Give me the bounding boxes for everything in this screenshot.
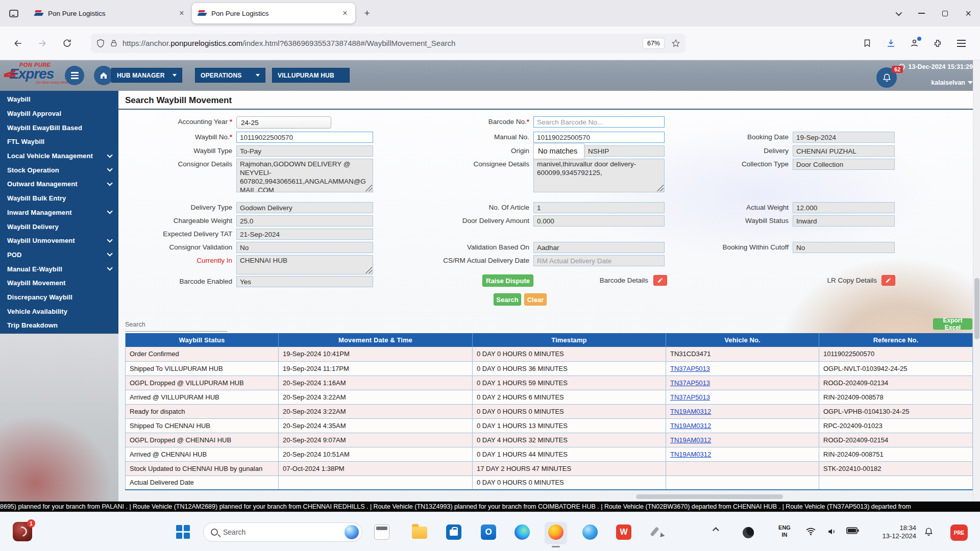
lr-copy-details-edit-button[interactable] [881,275,895,286]
menu-toggle-button[interactable] [65,66,84,85]
sidebar-item-vehicle-availability[interactable]: Vehicle Availability [0,304,118,318]
accounting-year-select[interactable] [236,116,331,129]
firefox-view-icon[interactable] [5,5,22,22]
vehicle-link[interactable]: TN37AP5013 [670,365,710,372]
taskbar-corner-app-icon[interactable]: 1 [13,522,32,541]
firefox-icon[interactable] [548,524,564,540]
lock-icon[interactable] [110,39,118,47]
skype-icon[interactable] [582,524,598,540]
outlook-icon[interactable]: O [481,524,496,540]
horizontal-scrollbar-track[interactable] [118,493,973,500]
home-button[interactable] [94,66,113,85]
module-dropdown[interactable]: OPERATIONS [195,68,265,83]
vehicle-link[interactable]: TN19AM0312 [670,450,711,458]
bookmark-star-icon[interactable] [671,39,680,48]
sidebar-item-waybill-approval[interactable]: Waybill Approval [0,107,118,121]
app-window-icon[interactable] [374,524,389,540]
raise-dispute-button[interactable]: Raise Dispute [482,274,533,287]
hidden-icons-chevron[interactable] [715,527,719,532]
sidebar-item-manual-e-waybill[interactable]: Manual E-Waybill [0,262,118,276]
extensions-icon[interactable] [932,38,943,49]
csrm-actual-delivery-date-input[interactable] [533,255,665,266]
vehicle-link[interactable]: TN19AM0312 [670,436,711,444]
tracking-shield-icon[interactable] [96,39,105,48]
waybill-no-input[interactable] [236,132,373,143]
sidebar-item-waybill-movement[interactable]: Waybill Movement [0,276,118,290]
barcode-details-edit-button[interactable] [653,275,667,286]
browser-tab-1[interactable]: Pon Pure Logistics × [29,3,192,23]
taskbar-search-box[interactable]: Search [203,522,362,542]
window-close-button[interactable]: × [957,3,980,24]
field-csrm-actual-delivery-date: CS/RM Actual Delivery Date [533,255,665,266]
cell-movement-datetime: 20-Sep-2024 1:16AM [279,375,473,390]
search-button[interactable]: Search [494,293,521,306]
wps-office-icon[interactable]: W [616,524,631,540]
start-button[interactable] [176,525,190,539]
sidebar-item-local-vehicle-management[interactable]: Local Vehicle Management [0,149,118,163]
sidebar-item-label: Waybill Approval [7,110,61,117]
manual-no-input[interactable] [533,132,665,143]
hub-dropdown[interactable]: VILLUPURAM HUB [272,68,350,83]
sidebar-item-pod[interactable]: POD [0,248,118,262]
sidebar-item-outward-management[interactable]: Outward Management [0,177,118,191]
table-search-input[interactable]: Search [125,319,227,332]
sidebar-item-waybill-bulk-entry[interactable]: Waybill Bulk Entry [0,191,118,206]
list-tabs-icon[interactable] [886,3,910,24]
sidebar-item-waybill-delivery[interactable]: Waybill Delivery [0,219,118,234]
tray-app-icon[interactable] [743,527,754,538]
forward-icon[interactable] [34,35,51,52]
field-expected-delivery-tat: Expected Delivery TAT [236,229,373,240]
window-maximize-button[interactable] [933,3,957,24]
field-waybill-status: Waybill Status [793,215,895,227]
taskbar-clock[interactable]: 18:3413-12-2024 [868,524,916,540]
reload-icon[interactable] [58,35,76,52]
new-tab-button[interactable]: + [359,6,375,21]
vehicle-link[interactable]: TN19AM0312 [670,422,711,430]
tab-close-icon[interactable]: × [177,8,187,18]
cell-movement-datetime: 20-Sep-2024 3:22AM [279,404,473,418]
window-minimize-button[interactable] [910,3,933,24]
downloads-icon[interactable] [885,38,896,49]
url-bar[interactable]: https://anchor.ponpurelogistics.com/inde… [91,34,685,53]
battery-icon[interactable] [846,527,859,534]
vertical-scrollbar-thumb[interactable] [974,278,979,339]
sidebar-item-ftl-waybill[interactable]: FTL Waybill [0,135,118,149]
menu-icon[interactable] [955,38,967,49]
sidebar-item-waybill-unmovement[interactable]: Waybill Unmovement [0,234,118,248]
cell-reference-no: STK-202410-00182 [819,461,973,475]
edge-icon[interactable] [514,524,530,540]
tab-close-icon[interactable]: × [340,8,350,18]
chargeable-weight-input [236,215,373,227]
horizontal-scrollbar-thumb[interactable] [636,494,783,499]
vehicle-link[interactable]: TN19AM0312 [670,408,711,415]
user-menu[interactable]: kalaiselvan [931,79,973,86]
vehicle-link[interactable]: TN37AP5013 [670,379,710,387]
notifications-bell-icon[interactable] [924,527,934,537]
wifi-icon[interactable] [805,527,816,536]
clear-button[interactable]: Clear [524,293,547,306]
browser-tab-2-active[interactable]: Pon Pure Logistics × [192,3,355,23]
notifications-button[interactable]: 62 [876,67,897,88]
sidebar-item-discrepancy-waybill[interactable]: Discrepancy Waybill [0,290,118,305]
account-icon[interactable] [909,38,920,49]
barcode-no-input[interactable] [533,116,665,128]
volume-icon[interactable] [827,527,837,536]
ms-store-icon[interactable] [446,524,461,540]
back-icon[interactable] [9,35,27,52]
sidebar-item-waybill[interactable]: Waybill [0,92,118,107]
copilot-icon[interactable] [345,525,359,539]
sidebar-item-stock-operation[interactable]: Stock Operation [0,163,118,177]
sidebar-item-waybill-ewaybill-based[interactable]: Waybill EwayBill Based [0,120,118,135]
sidebar-item-inward-management[interactable]: Inward Management [0,206,118,220]
save-to-pocket-icon[interactable] [862,38,873,49]
screen-recorder-badge[interactable]: PRE [950,524,968,541]
role-dropdown[interactable]: HUB MANAGER [111,68,182,83]
vehicle-link[interactable]: TN37AP5013 [670,393,710,401]
pen-tool-icon[interactable] [650,524,665,540]
language-indicator[interactable]: ENGIN [776,524,793,538]
vertical-scrollbar[interactable] [973,60,980,502]
file-explorer-icon[interactable] [412,524,427,540]
export-excel-button[interactable]: Export Excel [933,318,972,330]
zoom-level-badge[interactable]: 67% [643,38,665,49]
sidebar-item-trip-breakdown[interactable]: Trip Breakdown [0,318,118,333]
